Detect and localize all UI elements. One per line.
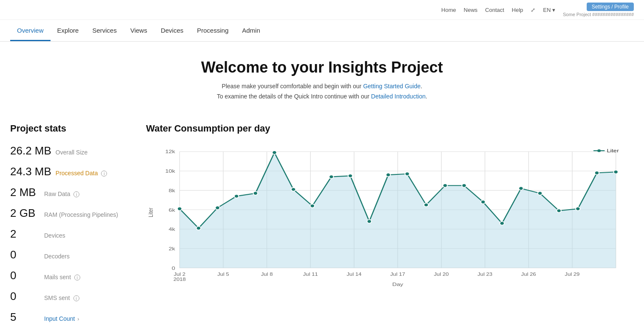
svg-text:Jul 20: Jul 20	[434, 272, 449, 277]
stat-decoders: 0 Decoders	[10, 248, 129, 261]
content-area: Project stats 26.2 MB Overall Size 24.3 …	[0, 115, 644, 328]
svg-point-50	[405, 172, 410, 176]
nav-help[interactable]: Help	[512, 7, 523, 13]
expand-icon[interactable]: ⤢	[531, 7, 535, 13]
svg-text:Jul 29: Jul 29	[565, 272, 580, 277]
raw-data-info-icon[interactable]: i	[73, 191, 79, 197]
input-count-chevron: ›	[77, 316, 79, 322]
chart-title: Water Consumption per day	[146, 123, 627, 134]
svg-text:12k: 12k	[165, 149, 175, 154]
stat-input-count[interactable]: 5 Input Count ›	[10, 311, 129, 324]
svg-point-51	[424, 203, 429, 207]
detailed-intro-link[interactable]: Detailed Introduction	[371, 93, 425, 100]
svg-text:4k: 4k	[169, 226, 175, 232]
chart-container: 0 2k 4k 6k 8k 10k 12k Liter Jul 2 2018 J…	[146, 143, 627, 287]
stat-processed-data: 24.3 MB Processed Data i	[10, 165, 129, 178]
hero-title: Welcome to your Insights Project	[8, 59, 636, 76]
svg-point-48	[367, 219, 372, 223]
hero-line2: To examine the details of the Quick Intr…	[8, 92, 636, 102]
svg-text:0: 0	[172, 265, 175, 271]
user-area: Settings / Profile Some Project ########…	[563, 3, 634, 17]
svg-point-39	[196, 226, 201, 230]
svg-text:Liter: Liter	[607, 148, 619, 153]
sms-info-icon[interactable]: i	[73, 295, 79, 301]
project-label: Some Project ################	[563, 12, 634, 17]
stat-devices: 2 Devices	[10, 227, 129, 241]
chart-area: Water Consumption per day	[146, 123, 627, 328]
nav-admin[interactable]: Admin	[235, 20, 267, 41]
svg-text:10k: 10k	[165, 168, 175, 174]
svg-text:6k: 6k	[169, 207, 175, 213]
svg-text:Jul 5: Jul 5	[217, 272, 229, 277]
svg-point-59	[576, 207, 580, 210]
nav-devices[interactable]: Devices	[154, 20, 190, 41]
svg-point-60	[595, 171, 599, 175]
svg-point-53	[462, 184, 467, 188]
stat-raw-data: 2 MB Raw Data i	[10, 186, 129, 199]
svg-text:Jul 14: Jul 14	[347, 272, 362, 277]
svg-point-41	[234, 194, 239, 198]
project-stats: Project stats 26.2 MB Overall Size 24.3 …	[10, 123, 129, 328]
svg-point-45	[310, 204, 315, 208]
nav-explore[interactable]: Explore	[51, 20, 86, 41]
nav-news[interactable]: News	[464, 7, 478, 13]
stats-title: Project stats	[10, 123, 129, 134]
svg-text:2018: 2018	[173, 277, 186, 282]
svg-point-42	[253, 191, 258, 195]
top-bar: Home News Contact Help ⤢ EN ▾ Settings /…	[0, 0, 644, 20]
svg-point-58	[557, 209, 561, 213]
svg-point-43	[272, 151, 277, 154]
svg-point-49	[386, 173, 391, 177]
nav-processing[interactable]: Processing	[190, 20, 235, 41]
getting-started-link[interactable]: Getting Started Guide	[363, 83, 420, 90]
svg-point-38	[177, 207, 182, 210]
svg-point-63	[597, 149, 601, 152]
nav-overview[interactable]: Overview	[10, 20, 51, 41]
hero-line1: Please make yourself comfortable and beg…	[8, 81, 636, 92]
water-consumption-chart: 0 2k 4k 6k 8k 10k 12k Liter Jul 2 2018 J…	[146, 143, 627, 287]
svg-point-57	[538, 191, 543, 195]
stat-overall-size: 26.2 MB Overall Size	[10, 144, 129, 157]
svg-text:2k: 2k	[169, 246, 175, 251]
stat-ram: 2 GB RAM (Processing Pipelines)	[10, 207, 129, 220]
svg-point-44	[291, 188, 296, 191]
svg-text:Jul 8: Jul 8	[261, 272, 273, 277]
svg-text:Liter: Liter	[147, 207, 155, 217]
svg-point-61	[613, 170, 618, 174]
svg-point-47	[348, 174, 353, 178]
nav-contact[interactable]: Contact	[485, 7, 504, 13]
svg-text:Day: Day	[392, 281, 403, 287]
processed-data-info-icon[interactable]: i	[101, 171, 107, 177]
svg-text:Jul 23: Jul 23	[478, 272, 493, 277]
svg-text:Jul 11: Jul 11	[303, 272, 318, 277]
svg-point-46	[329, 175, 334, 179]
stat-sms-sent: 0 SMS sent i	[10, 290, 129, 303]
hero-section: Welcome to your Insights Project Please …	[0, 42, 644, 115]
nav-home[interactable]: Home	[442, 7, 456, 13]
svg-point-40	[215, 206, 220, 210]
svg-text:Jul 2: Jul 2	[174, 272, 186, 277]
nav-views[interactable]: Views	[124, 20, 154, 41]
svg-text:Jul 17: Jul 17	[390, 272, 405, 277]
stat-mails-sent: 0 Mails sent i	[10, 269, 129, 282]
svg-point-55	[500, 221, 504, 225]
svg-point-54	[481, 200, 486, 204]
main-nav: Overview Explore Services Views Devices …	[0, 20, 644, 42]
nav-services[interactable]: Services	[85, 20, 124, 41]
mails-info-icon[interactable]: i	[74, 275, 80, 280]
svg-point-56	[519, 186, 523, 190]
svg-text:Jul 26: Jul 26	[521, 272, 537, 277]
language-selector[interactable]: EN ▾	[543, 7, 555, 13]
svg-point-52	[443, 184, 447, 188]
svg-text:8k: 8k	[169, 188, 175, 193]
user-pill[interactable]: Settings / Profile	[587, 3, 634, 11]
